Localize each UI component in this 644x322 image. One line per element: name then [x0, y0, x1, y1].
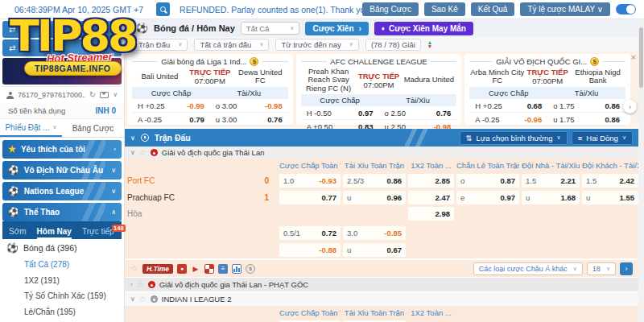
under-odds[interactable]: u 3.000.76: [210, 113, 288, 126]
odds: 0.86: [605, 101, 621, 110]
expand-markets-button[interactable]: ›: [620, 262, 633, 275]
sort-dropdown[interactable]: Trận Đấu∨: [133, 39, 188, 51]
odds-cell[interactable]: 2.5/30.86: [343, 174, 406, 188]
col-handicap: Cược Chấp Toàn Tr...: [279, 161, 341, 170]
scrollbar-thumb[interactable]: [639, 27, 643, 88]
favorite-star-icon[interactable]: ☆: [137, 280, 144, 289]
over-odds[interactable]: o 1.750.86: [547, 99, 625, 112]
match-filter-dropdown[interactable]: Tất cả trận đấu∨: [194, 39, 269, 51]
bet-list-button[interactable]: Bảng Cược: [362, 2, 419, 16]
half-time-button[interactable]: H.Time: [142, 264, 173, 274]
collapse-chevron-icon[interactable]: ∨: [130, 134, 135, 142]
over-odds[interactable]: o 2.500.76: [379, 106, 457, 119]
odds-cell[interactable]: e0.97: [456, 191, 519, 204]
odds: 0.76: [267, 115, 283, 124]
market-filter-dropdown[interactable]: Tất Cả∨: [241, 22, 300, 35]
odds-cell[interactable]: 2.85: [408, 174, 454, 188]
lucky-parlay-button[interactable]: ♦Cược Xiên May Mắn: [374, 22, 473, 35]
league-header-thai[interactable]: ∨ ☆ Giải vô địch quốc gia Thái Lan: [125, 147, 638, 159]
refresh-icon[interactable]: ↻: [89, 91, 96, 99]
list-markets-icon[interactable]: ≡: [218, 264, 228, 274]
sidebar-item-favorites[interactable]: ★ Yêu thích của tôi ›: [2, 140, 122, 159]
odds-cell[interactable]: 2.47: [408, 191, 454, 204]
grid-markets-icon[interactable]: [204, 264, 214, 274]
lucky-parlay-label: Cược Xiên May Mắn: [389, 24, 466, 33]
sidebar-item-sports[interactable]: ⚽ Thể Thao ∧: [2, 203, 122, 221]
league-header-thai-corners[interactable]: › ☆ Giải vô địch quốc gia Thái Lan - PHẠ…: [125, 278, 638, 291]
stats-chart-icon[interactable]: [232, 264, 242, 274]
odds-cell[interactable]: u0.96: [343, 191, 406, 204]
odds-cell[interactable]: 2.98: [408, 207, 454, 221]
play-icon[interactable]: ▶: [191, 264, 200, 274]
tab-bet-list[interactable]: Bảng Cược: [62, 119, 124, 137]
account-chevron-icon[interactable]: ∨: [113, 92, 118, 98]
view-mode-label: Lựa chọn bình thường: [477, 134, 553, 142]
under-odds[interactable]: u 1.750.86: [547, 113, 625, 126]
away-handicap-odds[interactable]: A -0.250.79: [132, 113, 210, 126]
league-name: INDIAN I LEAGUE 2: [162, 295, 232, 303]
odds-cell[interactable]: 0.5/10.72: [279, 226, 341, 240]
match-filter-value: Tất cả trận đấu: [200, 40, 251, 49]
line: H +0.25: [138, 101, 165, 110]
promo-banner[interactable]: [2, 58, 122, 85]
home-handicap-odds[interactable]: H +0.25-0.99: [132, 99, 210, 112]
sidebar-filter-1x2[interactable]: 1X2 (191): [0, 273, 124, 289]
womens-euro-label: Vô Địch Nữ Châu Âu: [24, 166, 103, 175]
home-handicap-odds[interactable]: H -0.500.97: [301, 106, 379, 119]
sidebar-filter-correct-score[interactable]: Tỷ Số Chính Xác (159): [0, 288, 124, 304]
away-handicap-odds[interactable]: A -0.25-0.96: [469, 113, 547, 126]
tab-bet-slip[interactable]: Phiếu Đặt ... ∨: [0, 119, 62, 137]
sidebar-swap-button-2[interactable]: ⇄: [2, 39, 122, 56]
subtab-today[interactable]: Hôm Nay: [37, 227, 72, 239]
chevron-down-icon: ∨: [290, 25, 294, 31]
odds: -0.96: [525, 115, 543, 124]
subtab-early[interactable]: Sớm: [9, 227, 27, 239]
odds-cell[interactable]: -0.88: [279, 243, 341, 257]
sidebar-item-nations-league[interactable]: ⚽ Nations League ∨: [2, 182, 122, 200]
sort-direction-icon[interactable]: ▲▼: [427, 40, 432, 48]
stats-s-icon[interactable]: s: [246, 264, 255, 274]
over-odds[interactable]: o 3.00-0.98: [210, 99, 288, 112]
odds-cell[interactable]: 0.77: [279, 191, 341, 204]
vertical-scrollbar[interactable]: [638, 19, 644, 322]
alarm-icon[interactable]: ●: [177, 264, 187, 274]
market-count-dropdown[interactable]: 18∨: [587, 262, 616, 275]
line-mode-dropdown[interactable]: ≡Hai Dòng∨: [572, 131, 633, 145]
odds-cell[interactable]: u1.68: [522, 191, 580, 204]
sidebar-filter-all[interactable]: Tất Cả (278): [0, 257, 124, 273]
parlay-button[interactable]: Cược Xiên›: [305, 22, 368, 35]
col-away-ou: Đội Khách - Tài/Xỉu: [582, 161, 638, 170]
favorite-star-icon[interactable]: ☆: [139, 295, 147, 303]
mail-icon[interactable]: [100, 92, 109, 98]
odds-cell[interactable]: u1.55: [582, 191, 638, 204]
results-button[interactable]: Kết Quả: [471, 2, 515, 16]
away-team: Dewa United FC: [233, 68, 288, 85]
subtab-live[interactable]: Trực tiếp148: [82, 227, 114, 239]
statement-button[interactable]: Sao Kê: [424, 2, 465, 16]
home-handicap-odds[interactable]: H +0.250.68: [469, 99, 547, 112]
close-icon[interactable]: ×: [631, 53, 636, 62]
sidebar-item-football[interactable]: ⚽ Bóng đá (396): [0, 239, 124, 257]
league-header-indian[interactable]: ∨ ☆ INDIAN I LEAGUE 2: [125, 292, 638, 306]
search-button[interactable]: [156, 2, 170, 16]
odds-cell[interactable]: 3.0-0.85: [343, 226, 406, 240]
odds-cell[interactable]: u0.67: [343, 243, 406, 257]
asian-bet-types-dropdown[interactable]: Các loại cược Châu Á khác∨: [473, 262, 583, 275]
time-range-dropdown[interactable]: Từ trước đến nay∨: [275, 39, 359, 51]
odds-cell[interactable]: 1.52.21: [522, 174, 580, 188]
odds-cell[interactable]: o0.87: [456, 174, 519, 188]
odds-cell[interactable]: 1.0-0.93: [279, 174, 341, 188]
odds-cell[interactable]: 1.52.42: [582, 174, 638, 188]
favorite-star-icon[interactable]: ☆: [130, 263, 138, 274]
odds: 2.85: [436, 176, 451, 185]
odds-type-dropdown[interactable]: Tỷ lệ cược MALAY ∨: [520, 2, 610, 16]
sidebar-swap-button-1[interactable]: ⇄: [2, 21, 122, 38]
sidebar-filter-odd-even[interactable]: Lẻ/Chẵn (195): [0, 304, 124, 320]
carousel-next-button[interactable]: ›: [623, 100, 637, 114]
theme-toggle[interactable]: [616, 4, 636, 14]
favorite-star-icon[interactable]: ☆: [139, 148, 147, 157]
sidebar-item-womens-euro[interactable]: ⚽ Vô Địch Nữ Châu Âu ∨: [2, 161, 122, 180]
odds-row: H +0.250.68 o 1.750.86: [469, 99, 625, 113]
view-mode-dropdown[interactable]: ⇅Lựa chọn bình thường∨: [460, 131, 568, 145]
league-count-box[interactable]: (78 / 78) Giải: [365, 39, 421, 51]
